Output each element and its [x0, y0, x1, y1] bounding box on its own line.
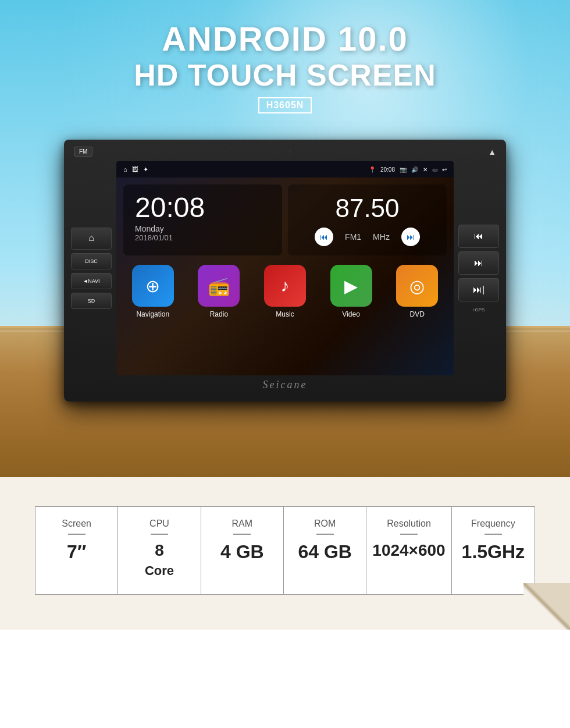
home-icon: ⌂ [74, 233, 109, 243]
spec-rom-label: ROM [290, 519, 360, 529]
spec-ram-value: 4 GB [207, 541, 277, 563]
camera-icon: 📷 [400, 166, 407, 173]
navigation-label: Navigation [136, 310, 169, 318]
spec-resolution: Resolution 1024×600 [366, 507, 451, 594]
radio-next-button[interactable]: ⏭ [401, 228, 420, 246]
gps-label: ↑GPS [458, 307, 499, 312]
media-ff-button[interactable]: ⏭ [458, 251, 499, 275]
sd-label: SD [88, 298, 95, 304]
screen-content: 20:08 Monday 2018/01/01 87.50 ⏮ FM1 [116, 177, 454, 375]
spec-divider-4 [316, 534, 334, 535]
spec-divider-2 [151, 534, 168, 535]
spec-frequency: Frequency 1.5GHz [452, 507, 535, 594]
statusbar-left: ⌂ 🖼 ✦ [123, 166, 148, 173]
spec-ram-label: RAM [207, 519, 277, 529]
navi-label: ◄NAVI [83, 278, 99, 284]
app-radio[interactable]: 📻 Radio [198, 265, 240, 318]
spec-ram: RAM 4 GB [201, 507, 284, 594]
home-button[interactable]: ⌂ [71, 228, 112, 250]
spec-resolution-label: Resolution [372, 519, 445, 529]
sd-button[interactable]: SD [71, 293, 112, 309]
spec-screen-value: 7″ [41, 541, 112, 563]
video-label: Video [342, 310, 359, 318]
disc-button[interactable]: DISC [71, 253, 112, 269]
volume-icon: 🔊 [411, 166, 418, 173]
stereo-unit: FM ▲ ⌂ DISC ◄NAVI [64, 140, 506, 402]
radio-widget: 87.50 ⏮ FM1 MHz ⏭ [288, 184, 447, 255]
spec-divider [68, 534, 86, 535]
spec-screen-label: Screen [41, 519, 112, 529]
music-icon: ♪ [264, 265, 306, 307]
right-panel: ⏮ ⏭ ⏭| ↑GPS [458, 161, 499, 375]
stereo-container: FM ▲ ⌂ DISC ◄NAVI [64, 140, 506, 402]
media-step-button[interactable]: ⏭| [458, 278, 499, 301]
spec-divider-3 [233, 534, 251, 535]
spec-cpu: CPU 8Core [118, 507, 201, 594]
status-time: 20:08 [380, 166, 395, 173]
back-icon: ↩ [442, 166, 447, 173]
clock-date: 2018/01/01 [135, 233, 270, 242]
title-block: ANDROID 10.0 HD TOUCH SCREEN H3605N [0, 20, 570, 113]
radio-controls: ⏮ FM1 MHz ⏭ [315, 228, 420, 246]
cd-slot [290, 150, 291, 154]
spec-screen: Screen 7″ [35, 507, 118, 594]
dvd-icon: ◎ [396, 265, 438, 307]
spec-resolution-value: 1024×600 [372, 541, 445, 560]
rect-icon: ▭ [432, 166, 437, 173]
navi-button[interactable]: ◄NAVI [71, 273, 112, 289]
spec-rom-value: 64 GB [290, 541, 360, 563]
model-badge: H3605N [258, 97, 312, 113]
app-navigation[interactable]: ⊕ Navigation [132, 265, 174, 318]
brand-name: Seicane [263, 379, 308, 390]
spec-frequency-label: Frequency [458, 519, 529, 529]
home-status-icon: ⌂ [123, 166, 127, 173]
signal-icon: ✦ [143, 166, 148, 173]
video-icon: ▶ [330, 265, 372, 307]
radio-frequency: 87.50 [335, 194, 399, 223]
statusbar-right: 📍 20:08 📷 🔊 ✕ ▭ ↩ [369, 166, 447, 173]
screen-area: ⌂ 🖼 ✦ 📍 20:08 📷 🔊 ✕ ▭ ↩ [116, 161, 454, 375]
spec-divider-6 [484, 534, 502, 535]
hero-title-line1: ANDROID 10.0 [0, 20, 570, 58]
music-label: Music [276, 310, 294, 318]
radio-prev-button[interactable]: ⏮ [315, 228, 333, 246]
location-icon: 📍 [369, 166, 376, 173]
stereo-top-bar: FM ▲ [71, 147, 499, 157]
eject-button[interactable]: ▲ [488, 147, 496, 157]
stereo-body: ⌂ DISC ◄NAVI SD [71, 161, 499, 375]
image-icon: 🖼 [132, 166, 138, 173]
app-icons-row: ⊕ Navigation 📻 Radio ♪ Music [123, 265, 447, 318]
spec-rom: ROM 64 GB [284, 507, 366, 594]
spec-cpu-label: CPU [124, 519, 194, 529]
spec-divider-5 [400, 534, 418, 535]
radio-unit: MHz [373, 232, 390, 242]
brand-bar: Seicane [71, 375, 499, 395]
disc-label: DISC [85, 258, 98, 264]
dvd-label: DVD [410, 310, 425, 318]
specs-section: Screen 7″ CPU 8Core RAM 4 GB ROM 64 GB R… [0, 477, 570, 630]
spec-cpu-value: 8Core [124, 541, 194, 580]
radio-icon: 📻 [198, 265, 240, 307]
left-panel: ⌂ DISC ◄NAVI SD [71, 161, 112, 375]
clock-widget: 20:08 Monday 2018/01/01 [123, 184, 282, 255]
spec-frequency-value: 1.5GHz [458, 541, 529, 563]
android-statusbar: ⌂ 🖼 ✦ 📍 20:08 📷 🔊 ✕ ▭ ↩ [116, 161, 454, 177]
clock-day: Monday [135, 224, 270, 233]
radio-app-label: Radio [210, 310, 228, 318]
app-dvd[interactable]: ◎ DVD [396, 265, 438, 318]
hero-section: ANDROID 10.0 HD TOUCH SCREEN H3605N FM ▲… [0, 0, 570, 477]
radio-band: FM1 [345, 232, 361, 242]
fm-label: FM [74, 147, 92, 157]
navigation-icon: ⊕ [132, 265, 174, 307]
app-video[interactable]: ▶ Video [330, 265, 372, 318]
hero-title-line2: HD TOUCH SCREEN [0, 58, 570, 93]
app-music[interactable]: ♪ Music [264, 265, 306, 318]
close-icon: ✕ [423, 166, 428, 173]
specs-grid: Screen 7″ CPU 8Core RAM 4 GB ROM 64 GB R… [35, 506, 535, 595]
widget-row: 20:08 Monday 2018/01/01 87.50 ⏮ FM1 [123, 184, 447, 255]
media-prev-button[interactable]: ⏮ [458, 225, 499, 248]
clock-time: 20:08 [135, 194, 270, 222]
